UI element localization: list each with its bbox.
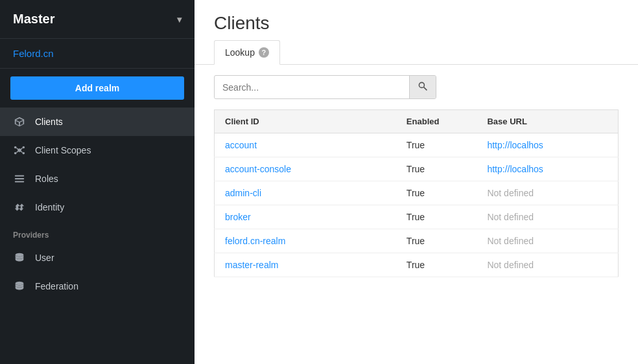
base-url-cell: Not defined <box>477 229 618 253</box>
table-row: admin-cliTrueNot defined <box>215 181 619 205</box>
sidebar-nav: Clients Client Scopes <box>0 108 195 222</box>
enabled-cell: True <box>396 253 477 277</box>
chevron-down-icon: ▾ <box>177 14 182 25</box>
client-id-cell[interactable]: account-console <box>215 157 396 181</box>
enabled-cell: True <box>396 229 477 253</box>
database-icon <box>13 251 26 264</box>
svg-rect-9 <box>15 176 24 177</box>
sidebar-item-user-label: User <box>35 253 54 263</box>
base-url-cell: Not defined <box>477 181 618 205</box>
enabled-cell: True <box>396 205 477 229</box>
table-row: master-realmTrueNot defined <box>215 253 619 277</box>
clients-table: Client ID Enabled Base URL accountTrueht… <box>214 109 619 277</box>
network-icon <box>13 144 26 157</box>
col-header-client-id: Client ID <box>215 110 396 133</box>
sidebar-item-federation-label: Federation <box>35 281 78 291</box>
client-id-cell[interactable]: felord.cn-realm <box>215 229 396 253</box>
svg-point-1 <box>14 146 17 149</box>
sidebar-providers-nav: User Federation <box>0 244 195 301</box>
client-id-cell[interactable]: account <box>215 133 396 157</box>
table-row: account-consoleTruehttp://localhos <box>215 157 619 181</box>
tab-lookup[interactable]: Lookup ? <box>214 40 280 65</box>
svg-point-2 <box>23 146 25 149</box>
table-row: accountTruehttp://localhos <box>215 133 619 157</box>
list-icon <box>13 172 26 185</box>
enabled-cell: True <box>396 133 477 157</box>
client-id-cell[interactable]: master-realm <box>215 253 396 277</box>
base-url-cell: Not defined <box>477 205 618 229</box>
svg-rect-11 <box>15 181 24 183</box>
svg-point-14 <box>419 82 424 87</box>
svg-point-13 <box>16 282 24 285</box>
page-title: Clients <box>195 0 638 40</box>
base-url-cell[interactable]: http://localhos <box>477 133 618 157</box>
sidebar-item-client-scopes-label: Client Scopes <box>35 145 91 155</box>
enabled-cell: True <box>396 181 477 205</box>
sidebar-item-clients-label: Clients <box>35 117 63 127</box>
sidebar-item-identity-label: Identity <box>35 202 64 212</box>
realm-link[interactable]: Felord.cn <box>0 39 195 69</box>
search-button[interactable] <box>409 76 436 98</box>
clients-table-body: accountTruehttp://localhosaccount-consol… <box>215 133 619 277</box>
base-url-cell: Not defined <box>477 253 618 277</box>
tab-lookup-label: Lookup <box>225 47 255 58</box>
sidebar-item-federation[interactable]: Federation <box>0 272 195 301</box>
svg-line-15 <box>424 87 427 91</box>
sidebar: Master ▾ Felord.cn Add realm Clients <box>0 0 195 364</box>
search-container <box>214 75 436 99</box>
svg-line-8 <box>21 151 23 153</box>
svg-point-12 <box>16 253 24 256</box>
enabled-cell: True <box>396 157 477 181</box>
cube-icon <box>13 115 26 128</box>
base-url-cell[interactable]: http://localhos <box>477 157 618 181</box>
client-id-cell[interactable]: admin-cli <box>215 181 396 205</box>
tabs-bar: Lookup ? <box>195 40 638 65</box>
sidebar-item-roles-label: Roles <box>35 174 58 184</box>
providers-section-label: Providers <box>0 222 195 244</box>
database-icon-2 <box>13 280 26 293</box>
sidebar-item-identity[interactable]: Identity <box>0 193 195 222</box>
table-row: brokerTrueNot defined <box>215 205 619 229</box>
svg-rect-10 <box>15 178 24 179</box>
client-id-cell[interactable]: broker <box>215 205 396 229</box>
svg-line-5 <box>17 148 19 150</box>
table-row: felord.cn-realmTrueNot defined <box>215 229 619 253</box>
help-icon[interactable]: ? <box>259 47 269 58</box>
sidebar-header[interactable]: Master ▾ <box>0 0 195 39</box>
arrows-icon <box>13 201 26 214</box>
svg-point-4 <box>23 152 25 155</box>
sidebar-item-roles[interactable]: Roles <box>0 165 195 193</box>
table-header: Client ID Enabled Base URL <box>215 110 619 133</box>
svg-line-6 <box>21 148 23 150</box>
main-content: Clients Lookup ? Client ID Enabled Bas <box>195 0 638 364</box>
svg-line-7 <box>17 151 19 153</box>
add-realm-button[interactable]: Add realm <box>10 76 184 100</box>
table-toolbar <box>195 65 638 109</box>
sidebar-item-client-scopes[interactable]: Client Scopes <box>0 136 195 165</box>
sidebar-item-clients[interactable]: Clients <box>0 108 195 136</box>
svg-point-3 <box>14 152 17 155</box>
col-header-enabled: Enabled <box>396 110 477 133</box>
sidebar-item-user[interactable]: User <box>0 244 195 272</box>
table-wrapper: Client ID Enabled Base URL accountTrueht… <box>195 109 638 364</box>
col-header-base-url: Base URL <box>477 110 618 133</box>
master-realm-label: Master <box>13 12 54 27</box>
search-input[interactable] <box>215 77 409 98</box>
